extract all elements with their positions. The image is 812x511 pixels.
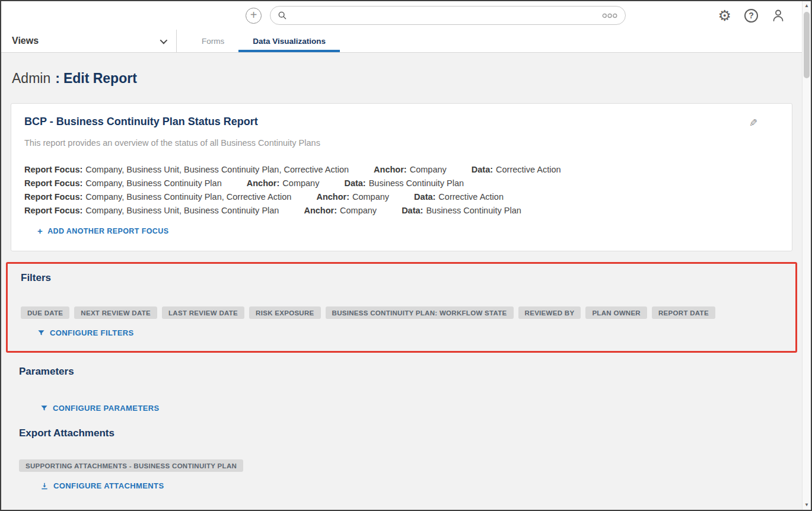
report-focus-row: Report Focus:Company, Business Unit, Bus… (24, 163, 778, 177)
app-container: + ⚙ (1, 1, 802, 510)
data-value: Corrective Action (438, 192, 504, 202)
attachment-chip-list: SUPPORTING ATTACHMENTS - BUSINESS CONTIN… (19, 459, 779, 472)
edit-pencil-icon[interactable]: ✎ (749, 117, 757, 129)
tab-strip: Forms Data Visualizations (187, 30, 340, 52)
download-icon (40, 482, 49, 490)
filter-chip-list: DUE DATE NEXT REVIEW DATE LAST REVIEW DA… (21, 306, 784, 319)
configure-parameters-label: CONFIGURE PARAMETERS (53, 404, 160, 413)
filters-heading: Filters (21, 272, 784, 284)
anchor-value: Company (410, 165, 447, 174)
page-title-separator: : (55, 71, 60, 86)
data-value: Corrective Action (496, 165, 561, 174)
settings-gear-icon[interactable]: ⚙ (718, 8, 731, 23)
scrollbar-thumb[interactable] (804, 12, 810, 78)
filter-chip[interactable]: REVIEWED BY (518, 306, 581, 319)
vertical-scrollbar[interactable]: ▲ ▼ (802, 1, 811, 510)
filter-chip[interactable]: PLAN OWNER (585, 306, 647, 319)
tab-forms[interactable]: Forms (187, 30, 238, 52)
filter-chip[interactable]: REPORT DATE (652, 306, 715, 319)
report-focus-value: Company, Business Unit, Business Continu… (85, 165, 349, 174)
user-profile-icon[interactable] (771, 8, 785, 23)
anchor-value: Company (352, 192, 389, 202)
page-title-prefix: Admin (12, 71, 50, 86)
report-focus-label: Report Focus: (24, 206, 82, 215)
data-label: Data: (472, 165, 493, 174)
export-attachments-heading: Export Attachments (19, 427, 779, 439)
search-bar[interactable] (270, 6, 626, 25)
page-title-main: Edit Report (63, 71, 137, 86)
report-focus-value: Company, Business Unit, Business Continu… (85, 206, 279, 215)
chevron-down-icon (160, 36, 168, 44)
data-label: Data: (344, 178, 365, 188)
data-value: Business Continuity Plan (369, 178, 464, 188)
search-input[interactable] (292, 11, 601, 20)
scroll-down-icon[interactable]: ▼ (803, 500, 811, 510)
nav-bar: Views Forms Data Visualizations (1, 30, 802, 53)
report-focus-label: Report Focus: (24, 192, 82, 202)
filter-chip[interactable]: BUSINESS CONTINUITY PLAN: WORKFLOW STATE (326, 306, 514, 319)
views-dropdown[interactable]: Views (1, 30, 177, 52)
anchor-value: Company (340, 206, 377, 215)
funnel-icon (37, 329, 45, 337)
more-options-icon[interactable] (601, 12, 618, 19)
parameters-heading: Parameters (19, 366, 779, 378)
report-description: This report provides an overview of the … (24, 138, 778, 148)
filter-chip[interactable]: LAST REVIEW DATE (162, 306, 244, 319)
attachment-chip[interactable]: SUPPORTING ATTACHMENTS - BUSINESS CONTIN… (19, 459, 243, 472)
configure-filters-label: CONFIGURE FILTERS (50, 328, 134, 337)
anchor-label: Anchor: (304, 206, 337, 215)
report-focus-row: Report Focus:Company, Business Continuit… (24, 190, 778, 204)
filter-chip[interactable]: DUE DATE (21, 306, 69, 319)
data-label: Data: (402, 206, 423, 215)
add-icon[interactable]: + (246, 8, 262, 24)
plus-icon: + (37, 226, 43, 236)
app-window: + ⚙ (0, 0, 812, 511)
configure-attachments-button[interactable]: CONFIGURE ATTACHMENTS (40, 481, 164, 490)
filter-chip[interactable]: RISK EXPOSURE (249, 306, 320, 319)
report-focus-row: Report Focus:Company, Business Unit, Bus… (24, 204, 778, 218)
report-title: BCP - Business Continuity Plan Status Re… (24, 116, 778, 128)
export-attachments-section: Export Attachments SUPPORTING ATTACHMENT… (11, 414, 792, 493)
configure-parameters-button[interactable]: CONFIGURE PARAMETERS (40, 404, 160, 413)
report-focus-value: Company, Business Continuity Plan (85, 178, 221, 188)
scroll-up-icon[interactable]: ▲ (803, 1, 811, 11)
report-summary-card: BCP - Business Continuity Plan Status Re… (11, 103, 792, 251)
filter-chip[interactable]: NEXT REVIEW DATE (74, 306, 157, 319)
report-focus-list: Report Focus:Company, Business Unit, Bus… (24, 163, 778, 218)
report-focus-label: Report Focus: (24, 178, 82, 188)
report-focus-row: Report Focus:Company, Business Continuit… (24, 177, 778, 190)
anchor-value: Company (282, 178, 319, 188)
topbar-icon-group: ⚙ ? (718, 8, 794, 23)
tab-data-visualizations[interactable]: Data Visualizations (238, 30, 340, 52)
funnel-icon (40, 404, 48, 412)
anchor-label: Anchor: (247, 178, 280, 188)
report-focus-label: Report Focus: (24, 165, 82, 174)
report-focus-value: Company, Business Continuity Plan, Corre… (85, 192, 291, 202)
data-value: Business Continuity Plan (426, 206, 521, 215)
parameters-section: Parameters CONFIGURE PARAMETERS (11, 353, 792, 414)
main-content: Admin:Edit Report BCP - Business Continu… (1, 53, 802, 510)
search-icon (278, 11, 287, 20)
help-icon[interactable]: ? (744, 9, 758, 23)
anchor-label: Anchor: (374, 165, 407, 174)
views-dropdown-label: Views (12, 36, 39, 46)
data-label: Data: (414, 192, 435, 202)
filters-section-highlight: Filters DUE DATE NEXT REVIEW DATE LAST R… (6, 262, 797, 353)
configure-attachments-label: CONFIGURE ATTACHMENTS (53, 481, 164, 490)
add-report-focus-button[interactable]: + ADD ANOTHER REPORT FOCUS (37, 226, 168, 236)
anchor-label: Anchor: (316, 192, 349, 202)
page-title: Admin:Edit Report (12, 71, 792, 87)
top-bar: + ⚙ (1, 1, 802, 30)
configure-filters-button[interactable]: CONFIGURE FILTERS (37, 328, 134, 337)
add-report-focus-label: ADD ANOTHER REPORT FOCUS (47, 227, 168, 235)
